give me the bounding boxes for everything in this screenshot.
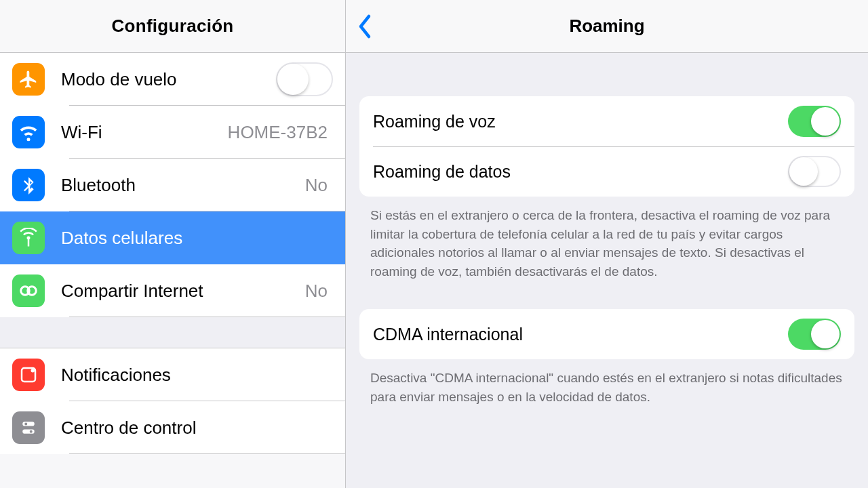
svg-point-6 bbox=[24, 422, 27, 425]
sidebar-item-bluetooth[interactable]: Bluetooth No bbox=[0, 159, 345, 211]
svg-point-7 bbox=[30, 430, 33, 433]
detail-pane: Roaming Roaming de voz Roaming de datos … bbox=[346, 0, 868, 488]
cdma-row[interactable]: CDMA internacional bbox=[359, 309, 854, 359]
roaming-footer-text: Si estás en el extranjero o cerca de la … bbox=[346, 197, 868, 281]
wifi-icon bbox=[12, 116, 45, 148]
sidebar-item-notifications[interactable]: Notificaciones bbox=[0, 348, 345, 401]
cdma-toggle[interactable] bbox=[788, 319, 841, 350]
sidebar-item-hotspot[interactable]: Compartir Internet No bbox=[0, 264, 345, 317]
svg-rect-5 bbox=[22, 430, 35, 434]
settings-app: Configuración Modo de vuelo Wi-Fi HOME-3… bbox=[0, 0, 868, 488]
detail-body: Roaming de voz Roaming de datos Si estás… bbox=[346, 53, 868, 488]
row-label: CDMA internacional bbox=[373, 325, 788, 344]
cdma-section: CDMA internacional bbox=[359, 309, 854, 359]
sidebar-item-cellular[interactable]: Datos celulares bbox=[0, 211, 345, 264]
voice-roaming-row[interactable]: Roaming de voz bbox=[359, 96, 854, 146]
row-label: Compartir Internet bbox=[61, 281, 305, 302]
airplane-toggle[interactable] bbox=[276, 62, 333, 96]
group-separator bbox=[0, 317, 345, 348]
row-value: No bbox=[305, 281, 328, 302]
row-label: Notificaciones bbox=[61, 365, 333, 386]
sidebar-item-airplane[interactable]: Modo de vuelo bbox=[0, 53, 345, 106]
row-label: Datos celulares bbox=[61, 228, 333, 249]
voice-roaming-toggle[interactable] bbox=[788, 106, 841, 137]
airplane-icon bbox=[12, 63, 45, 96]
sidebar-item-wifi[interactable]: Wi-Fi HOME-37B2 bbox=[0, 106, 345, 159]
control-center-icon bbox=[12, 411, 45, 444]
svg-rect-4 bbox=[22, 422, 35, 426]
notifications-icon bbox=[12, 359, 45, 391]
sidebar-header: Configuración bbox=[0, 0, 345, 53]
detail-title: Roaming bbox=[569, 16, 644, 37]
roaming-section: Roaming de voz Roaming de datos bbox=[359, 96, 854, 197]
data-roaming-toggle[interactable] bbox=[788, 156, 841, 187]
sidebar-title: Configuración bbox=[111, 16, 233, 37]
row-label: Roaming de datos bbox=[373, 162, 788, 182]
row-label: Modo de vuelo bbox=[61, 69, 276, 90]
row-label: Roaming de voz bbox=[373, 112, 788, 131]
cdma-footer-text: Desactiva "CDMA internacional" cuando es… bbox=[346, 359, 868, 406]
hotspot-icon bbox=[12, 274, 45, 307]
back-button[interactable] bbox=[357, 0, 373, 52]
bluetooth-icon bbox=[12, 169, 45, 201]
row-value: HOME-37B2 bbox=[228, 122, 328, 143]
row-label: Centro de control bbox=[61, 418, 333, 439]
svg-point-3 bbox=[31, 369, 35, 373]
settings-sidebar: Configuración Modo de vuelo Wi-Fi HOME-3… bbox=[0, 0, 346, 488]
sidebar-item-control-center[interactable]: Centro de control bbox=[0, 401, 345, 454]
chevron-left-icon bbox=[357, 14, 373, 39]
row-label: Wi-Fi bbox=[61, 122, 228, 143]
data-roaming-row[interactable]: Roaming de datos bbox=[359, 146, 854, 197]
detail-header: Roaming bbox=[346, 0, 868, 53]
row-value: No bbox=[305, 175, 328, 196]
sidebar-list: Modo de vuelo Wi-Fi HOME-37B2 Bluetooth … bbox=[0, 53, 345, 488]
cellular-icon bbox=[12, 222, 45, 254]
row-label: Bluetooth bbox=[61, 175, 305, 196]
